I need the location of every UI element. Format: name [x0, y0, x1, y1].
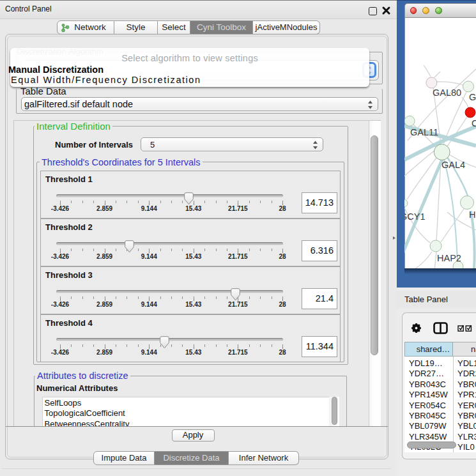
svg-text:GA: GA [469, 92, 476, 102]
svg-text:HIS: HIS [469, 210, 476, 220]
svg-text:CY: CY [472, 118, 476, 128]
svg-text:GAL11: GAL11 [410, 127, 438, 137]
svg-text:GAL80: GAL80 [433, 88, 461, 98]
svg-text:GCY1: GCY1 [404, 211, 426, 222]
svg-text:HAP2: HAP2 [437, 253, 461, 263]
svg-text:GAL4: GAL4 [441, 160, 465, 170]
